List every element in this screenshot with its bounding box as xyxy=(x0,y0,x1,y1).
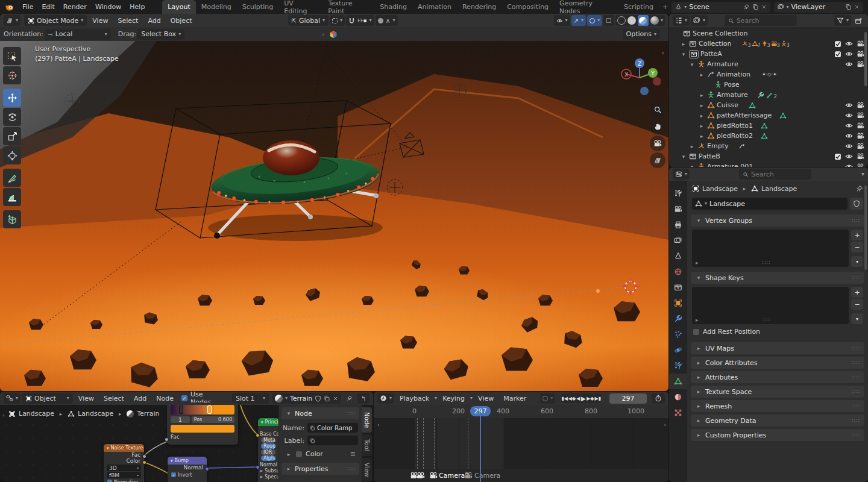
tab-output[interactable] xyxy=(669,217,687,233)
shading-wireframe[interactable] xyxy=(617,16,626,25)
disable-render-icon[interactable] xyxy=(857,163,864,167)
fac-input-socket[interactable] xyxy=(165,437,169,442)
hide-eye-icon[interactable] xyxy=(845,50,853,58)
timeline-expand-icon[interactable]: › xyxy=(375,422,382,428)
outliner-search[interactable] xyxy=(725,15,797,26)
vertex-groups-list[interactable]: ▸ ∷∷ xyxy=(692,230,849,267)
properties-options-icon[interactable]: ▾ xyxy=(861,171,864,177)
remove-shape-key-button[interactable]: − xyxy=(851,299,863,310)
hide-eye-icon[interactable] xyxy=(845,60,853,68)
playback-menu[interactable]: Playback▾ xyxy=(395,395,437,402)
node-label-field[interactable] xyxy=(307,436,358,445)
view-menu[interactable]: View xyxy=(474,395,498,402)
noise-fac-socket[interactable] xyxy=(142,454,146,459)
hide-eye-icon[interactable] xyxy=(845,101,853,109)
disable-render-icon[interactable] xyxy=(857,111,864,119)
uv-maps-panel-header[interactable]: ▸UV Maps∷∷ xyxy=(691,342,864,354)
disable-render-icon[interactable] xyxy=(857,50,864,58)
hide-eye-icon[interactable] xyxy=(845,40,853,48)
shading-material[interactable] xyxy=(638,15,649,26)
outliner-row-pattea[interactable]: ▾ PatteA xyxy=(669,49,868,59)
workspace-tab-uv-editing[interactable]: UV Editing xyxy=(278,0,322,14)
tab-constraints[interactable] xyxy=(669,358,687,374)
outliner-display-mode[interactable]: ▾ xyxy=(673,15,690,26)
workspace-tab-scripting[interactable]: Scripting xyxy=(618,0,659,14)
blender-logo-icon[interactable] xyxy=(0,3,18,11)
checkbox-icon[interactable] xyxy=(834,51,841,58)
copy-icon[interactable] xyxy=(324,395,330,402)
shader-mode-selector[interactable]: Object▾ xyxy=(22,393,73,404)
tab-collection[interactable] xyxy=(669,280,687,295)
overlay-popover[interactable]: › xyxy=(319,30,338,39)
outliner-row-scene-collection[interactable]: Scene Collection xyxy=(669,28,868,39)
menu-edit[interactable]: Edit xyxy=(37,3,58,11)
stopwatch-icon[interactable] xyxy=(652,393,665,404)
shader-menu-view[interactable]: View xyxy=(74,395,98,402)
tab-modifiers[interactable] xyxy=(669,311,687,327)
play-reverse-button[interactable]: ◀ xyxy=(576,393,580,403)
properties-panel-header[interactable]: ▸Properties∷∷ xyxy=(281,463,359,475)
play-button[interactable]: ▶ xyxy=(581,393,586,403)
tool-move[interactable] xyxy=(3,89,21,107)
add-workspace-button[interactable]: + xyxy=(659,0,671,14)
list-icon[interactable]: ≡ xyxy=(350,450,356,458)
outliner-row-pose[interactable]: Pose xyxy=(669,80,868,90)
snap-toggle[interactable]: ⊦⊦▪▾ xyxy=(346,15,374,26)
tool-add-cube[interactable] xyxy=(3,210,21,228)
properties-editor-type[interactable]: ▾ xyxy=(673,169,690,180)
tool-annotate[interactable] xyxy=(3,169,21,187)
add-shape-key-button[interactable]: + xyxy=(851,287,863,298)
outliner-row-animation[interactable]: ▸ Animation ✦·◇·✦ xyxy=(669,69,868,80)
filter-button[interactable]: ▾ xyxy=(834,15,851,26)
marker-label[interactable]: Camera xyxy=(474,472,500,480)
breadcrumb-data[interactable]: Landscape xyxy=(761,185,797,193)
outliner-row-armature-data[interactable]: ▸ Armature 2 xyxy=(669,90,868,100)
pin-icon[interactable] xyxy=(347,395,353,402)
workspace-tab-layout[interactable]: Layout xyxy=(162,0,195,14)
shape-keys-header[interactable]: ▾Shape Keys∷∷ xyxy=(691,272,864,284)
timeline-body[interactable]: › ‹ xyxy=(374,418,668,469)
hide-eye-icon[interactable] xyxy=(845,132,853,140)
xray-toggle[interactable] xyxy=(603,15,614,26)
principled-normal-socket[interactable] xyxy=(256,465,260,469)
workspace-tab-texture-paint[interactable]: Texture Paint xyxy=(322,0,374,14)
tool-cursor[interactable] xyxy=(3,66,21,84)
workspace-tab-compositing[interactable]: Compositing xyxy=(502,0,554,14)
viewport-menu-select[interactable]: Select xyxy=(113,17,142,25)
shader-menu-node[interactable]: Node xyxy=(152,395,178,402)
tool-rotate[interactable] xyxy=(3,108,21,126)
disable-render-icon[interactable] xyxy=(857,40,864,48)
prev-keyframe-button[interactable]: ◀◆ xyxy=(568,393,576,403)
workspace-tab-rendering[interactable]: Rendering xyxy=(457,0,502,14)
data-name-field[interactable]: ▾ Landscape xyxy=(692,198,848,210)
noise-texture-node[interactable]: ▾Noise Texture Fac Color 3D▾ fBM▾ ✓Norma… xyxy=(104,444,144,482)
tab-view-layer[interactable] xyxy=(669,233,687,248)
tool-measure[interactable] xyxy=(3,188,21,206)
menu-render[interactable]: Render xyxy=(59,3,91,11)
hide-eye-icon[interactable] xyxy=(845,122,853,130)
menu-file[interactable]: File xyxy=(18,3,37,11)
mode-selector[interactable]: Object Mode▾ xyxy=(24,15,87,26)
outliner-row-patteatterissage[interactable]: ▸ patteAtterissage xyxy=(669,110,868,120)
viewport-scene[interactable] xyxy=(0,41,668,391)
visibility-toggle[interactable]: ▾ xyxy=(554,15,570,26)
current-frame-field[interactable]: 297 xyxy=(609,393,647,404)
close-icon[interactable] xyxy=(333,396,338,401)
outliner-row-patteb[interactable]: ▾ PatteB xyxy=(669,151,868,161)
collapse-sidebar-icon[interactable]: ‹ xyxy=(662,49,664,57)
disable-render-icon[interactable] xyxy=(857,152,864,160)
outliner-row-armature001[interactable]: ▾ Armature.001 xyxy=(669,161,868,167)
options-button[interactable]: Options▾ xyxy=(623,29,660,40)
shader-menu-select[interactable]: Select xyxy=(99,395,128,402)
toolbar-expand-icon[interactable]: › xyxy=(0,412,7,418)
add-vertex-group-button[interactable]: + xyxy=(851,230,863,240)
ramp-handle-0[interactable] xyxy=(179,405,183,414)
vertex-groups-header[interactable]: ▾Vertex Groups∷∷ xyxy=(691,214,864,227)
ramp-handle-1[interactable] xyxy=(207,405,212,414)
transform-pivot-selector[interactable]: ▾ xyxy=(330,15,345,26)
tool-transform[interactable] xyxy=(3,146,21,164)
hide-eye-icon[interactable] xyxy=(845,111,853,119)
fake-user-shield-button[interactable] xyxy=(850,198,863,210)
hide-eye-icon[interactable] xyxy=(845,152,853,160)
shape-key-specials-button[interactable]: ▾ xyxy=(851,313,863,324)
